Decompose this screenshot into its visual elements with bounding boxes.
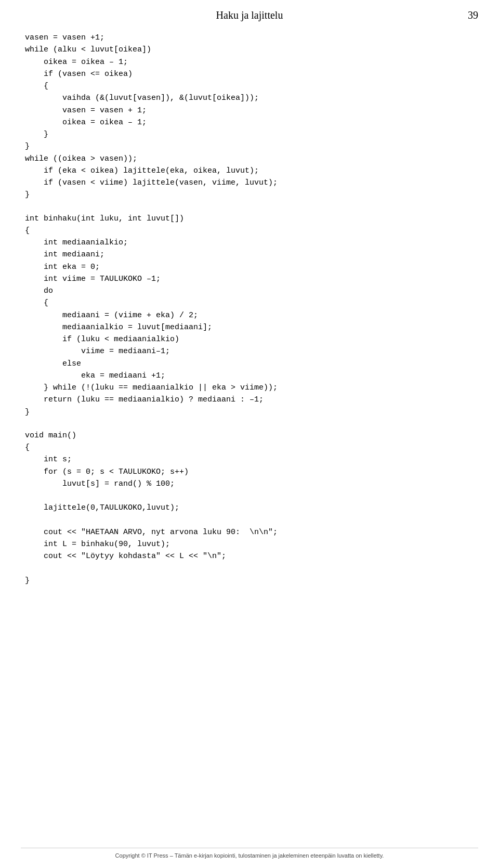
page-header: Haku ja lajittelu 39 [0, 0, 499, 27]
content: vasen = vasen +1; while (alku < luvut[oi… [0, 27, 499, 618]
code-text-1: vasen = vasen +1; while (alku < luvut[oi… [25, 32, 474, 201]
code-text-3: void main() { int s; for (s = 0; s < TAU… [25, 430, 474, 587]
page-title: Haku ja lajittelu [216, 9, 283, 21]
footer: Copyright © IT Press – Tämän e-kirjan ko… [21, 848, 478, 859]
footer-text: Copyright © IT Press – Tämän e-kirjan ko… [115, 852, 384, 859]
page-number: 39 [468, 9, 478, 21]
code-section-3: void main() { int s; for (s = 0; s < TAU… [25, 430, 474, 587]
code-section-1: vasen = vasen +1; while (alku < luvut[oi… [25, 32, 474, 201]
code-section-2: int binhaku(int luku, int luvut[]) { int… [25, 213, 474, 418]
code-text-2: int binhaku(int luku, int luvut[]) { int… [25, 213, 474, 418]
